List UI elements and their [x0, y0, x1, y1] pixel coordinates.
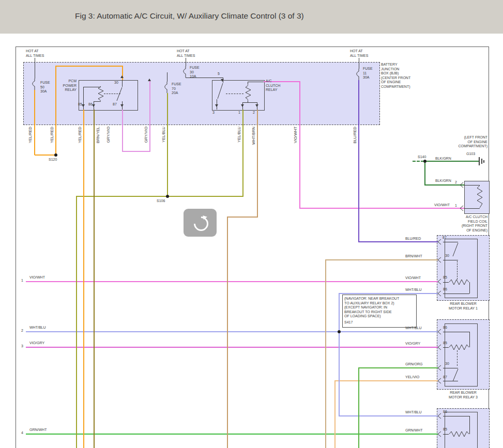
relay3-pin86-label: 86 — [443, 326, 447, 330]
pcm-pin30-stub — [122, 80, 123, 87]
pcm-pin86-label: 86 — [88, 102, 93, 107]
wire-whtblu-s417-vertical — [339, 293, 340, 416]
wire-blured-to-relay1 — [358, 241, 438, 242]
relay2-pin86-label: 86 — [443, 410, 447, 414]
wire-yelred-bus — [55, 66, 123, 67]
wire-whtblu-relay2-86 — [339, 415, 438, 416]
splice-s106-dot — [166, 195, 169, 198]
pcm-coil-icon — [98, 86, 104, 101]
pcm-switch-blade-icon — [116, 87, 123, 101]
feed-fuse50 — [35, 58, 35, 79]
wire-label-whtblu-r1: WHT/BLU — [405, 288, 422, 292]
pcm-pin30-label: 30 — [114, 81, 118, 85]
relay2-85-line — [443, 434, 449, 435]
coil-pin1-line — [464, 208, 480, 209]
ac-pin2-arrow-icon — [255, 104, 258, 107]
relay2-pin85-label: 85 — [443, 427, 447, 432]
relay3-coil-return — [469, 332, 470, 347]
ground-g103-label: G103 — [466, 152, 475, 157]
rear-blower-relay2-inner-box — [445, 412, 478, 448]
battery-junction-box — [23, 62, 380, 125]
relay3-pin30-label: 30 — [445, 362, 449, 366]
wire-whtbrn-jog — [227, 217, 258, 218]
fuse-50-icon — [32, 79, 38, 90]
fuse-11-label: FUSE 11 30A — [363, 67, 373, 80]
wire-grnorg-to-relay3 — [358, 367, 438, 368]
wire-yelblu-s106 — [76, 196, 243, 197]
ac-armature-link — [226, 94, 243, 94]
ac-switch-blade-icon — [217, 83, 223, 99]
relay2-pin86-chevron-icon — [437, 412, 442, 420]
wire-label-blured-r1: BLU/RED — [405, 237, 421, 241]
wire-grnwht-row4 — [26, 434, 438, 435]
relay3-pin85-chevron-icon — [437, 344, 442, 351]
relay1-coil-icon — [449, 279, 469, 285]
splice-s417-label: S417 — [344, 320, 353, 325]
relay1-85-line — [443, 282, 449, 283]
wire-yelvio-down — [334, 380, 336, 448]
wire-whtbrn-pin2-down — [257, 110, 258, 218]
wire-whtbrn-long-down — [227, 217, 228, 448]
wire-blkgrn-s140-drop — [424, 161, 425, 186]
pcm-pin87-arrow-icon — [120, 104, 124, 107]
ac-pin1-label: 1 — [238, 111, 240, 115]
wire-brnwht-down — [325, 259, 326, 448]
wire-label-whtblu-r2: WHT/BLU — [405, 410, 422, 415]
ac-coil-icon — [245, 85, 251, 100]
coil-pin2-chevron-icon — [459, 181, 464, 189]
feed-fuse11 — [359, 58, 359, 69]
fuse-50-label: FUSE 50 30A — [40, 81, 50, 94]
wire-label-yelblu-2: YEL/BLU — [237, 127, 241, 143]
relay1-caption: REAR BLOWER MOTOR RELAY 1 — [438, 302, 488, 311]
wire-gryvio-loop — [122, 151, 150, 152]
wire-label-gryvio-2: GRY/VIO — [144, 127, 148, 143]
fuse-30-icon — [182, 66, 189, 78]
hot-label-1: HOT AT ALL TIMES — [26, 49, 44, 58]
relay1-pin85-chevron-icon — [437, 278, 442, 285]
wire-blkgrn-to-coil — [424, 184, 464, 186]
refresh-arrow-icon — [203, 214, 209, 220]
relay1-pin30-label: 30 — [445, 254, 449, 258]
relay3-pin87-chevron-icon — [437, 377, 442, 384]
ac-pin1-arrow-icon — [241, 104, 244, 107]
wire-blured-drop — [358, 80, 359, 242]
wire-gryvio-pin87-down — [122, 110, 123, 152]
wire-viowht-to-field-coil — [299, 208, 464, 209]
wire-viogry-row3 — [26, 347, 438, 348]
ground-bar-2 — [481, 159, 482, 164]
wire-grnorg-down — [358, 367, 359, 448]
wire-label-yelblu-1: YEL/BLU — [161, 127, 166, 143]
wire-label-viowht: VIO/WHT — [293, 127, 298, 143]
wire-yelred-pin85-down — [83, 110, 84, 448]
relay1-30-line — [443, 260, 458, 260]
pcm-coil-bottom-link — [94, 101, 101, 102]
pcm-pin30-arrow-icon — [120, 75, 124, 78]
wire-label-blkgrn-1: BLK/GRN — [435, 157, 451, 161]
wire-label-whtbrn: WHT/BRN — [251, 127, 256, 145]
fuse-70-icon — [164, 82, 170, 93]
wire-gryvio-up-leg — [149, 80, 150, 151]
relay1-pin87-label: 87 — [443, 236, 447, 240]
relay3-pin85-label: 85 — [443, 341, 447, 346]
relay3-switch-blade-icon — [452, 368, 459, 382]
relay3-coil-icon — [449, 344, 469, 350]
relay3-pin87-label: 87 — [443, 375, 447, 380]
feed-fuse70 — [167, 72, 167, 82]
pcm-power-relay-box — [79, 80, 138, 111]
wire-label-viowht-r1: VIO/WHT — [405, 276, 421, 281]
relay2-pin85-chevron-icon — [437, 430, 442, 438]
relay2-coil-icon — [449, 431, 469, 437]
wire-yelblu-fuse70-down — [167, 93, 168, 197]
bjb-label: BATTERY JUNCTION BOX (BJB) (CENTER FRONT… — [381, 63, 410, 89]
wire-yelred-fuse50-down — [34, 90, 35, 155]
wire-label-brnwht-r1: BRN/WHT — [405, 254, 422, 259]
wire-brnyel-pin86-down — [94, 110, 95, 448]
wire-label-viowht-coil: VIO/WHT — [434, 203, 450, 208]
ac-pin3-arrow-icon — [215, 104, 218, 107]
wire-yelred-bus-drop — [55, 66, 56, 155]
wire-label-yelred-2: YEL/RED — [50, 127, 54, 143]
relay2-86-line — [443, 416, 469, 416]
wire-label-blured: BLU/RED — [353, 127, 357, 144]
ac-pin5-label: 5 — [218, 72, 220, 76]
left-front-label: (LEFT FRONT OF ENGINE COMPARTMENT) — [442, 135, 487, 149]
